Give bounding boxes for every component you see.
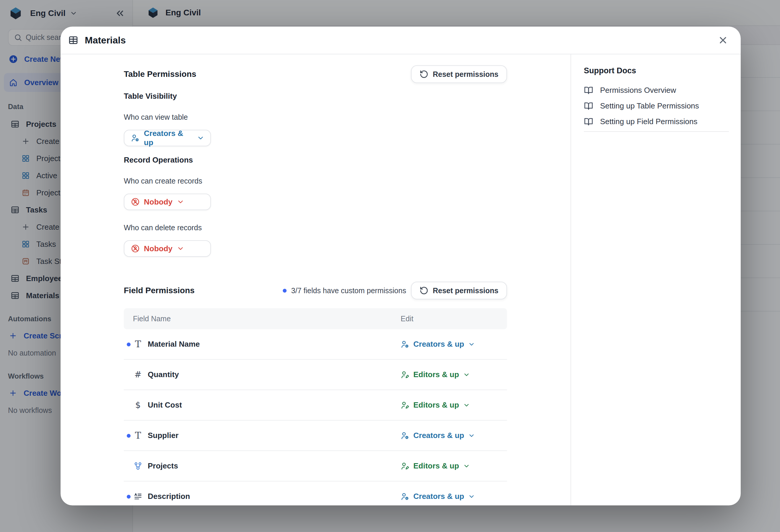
text-field-icon: T <box>133 431 143 440</box>
link-field-icon <box>133 462 143 471</box>
currency-field-icon: $ <box>133 401 143 409</box>
table-row: $ Unit Cost Editors & up <box>124 390 507 421</box>
table-row: Projects Editors & up <box>124 451 507 481</box>
dropdown-value: Nobody <box>144 197 173 207</box>
close-button[interactable] <box>715 33 731 48</box>
chevron-down-icon <box>463 463 470 470</box>
chevron-down-icon <box>463 402 470 409</box>
book-open-icon <box>584 85 593 95</box>
table-permissions-header-row: Table Permissions Reset permissions <box>124 65 507 83</box>
person-pencil-icon <box>401 401 409 409</box>
doc-link-permissions-overview[interactable]: Permissions Overview <box>584 85 729 95</box>
reset-icon <box>420 70 428 79</box>
edit-permission-dropdown[interactable]: Creators & up <box>401 431 475 440</box>
modal-header: Materials <box>60 27 741 54</box>
custom-permission-dot <box>127 495 131 498</box>
support-docs-heading: Support Docs <box>584 66 729 76</box>
field-permissions-heading: Field Permissions <box>124 286 195 295</box>
chevron-down-icon <box>468 341 475 348</box>
doc-link-label: Setting up Table Permissions <box>600 101 699 110</box>
dropdown-value: Editors & up <box>413 462 459 471</box>
long-text-field-icon <box>133 492 143 501</box>
user-blocked-icon <box>131 244 140 253</box>
doc-link-label: Permissions Overview <box>600 86 676 95</box>
custom-dot <box>283 289 287 293</box>
table-row: # Quantity Editors & up <box>124 360 507 390</box>
field-name: Unit Cost <box>148 400 182 409</box>
who-can-delete-label: Who can delete records <box>124 223 507 232</box>
table-visibility-heading: Table Visibility <box>124 91 507 101</box>
permissions-content: Table Permissions Reset permissions Tabl… <box>60 54 571 505</box>
custom-permissions-note: 3/7 fields have custom permissions <box>283 286 406 295</box>
field-name-column-header: Field Name <box>124 315 401 323</box>
edit-permission-dropdown[interactable]: Editors & up <box>401 400 470 409</box>
field-name: Quantity <box>148 370 179 379</box>
table-row: T Supplier Creators & up <box>124 421 507 451</box>
who-can-create-label: Who can create records <box>124 177 507 185</box>
field-permissions-table: Field Name Edit T Material Name Creators… <box>124 308 507 505</box>
reset-table-permissions-button[interactable]: Reset permissions <box>411 65 507 83</box>
table-icon <box>68 35 78 45</box>
dropdown-value: Creators & up <box>413 492 464 501</box>
record-operations-heading: Record Operations <box>124 155 507 164</box>
custom-permissions-text: 3/7 fields have custom permissions <box>291 286 406 295</box>
chevron-down-icon <box>463 371 470 378</box>
user-blocked-icon <box>131 197 140 206</box>
create-records-permission-dropdown[interactable]: Nobody <box>124 194 211 210</box>
edit-column-header: Edit <box>401 315 507 323</box>
support-docs-panel: Support Docs Permissions Overview Settin… <box>571 54 741 505</box>
person-gear-icon <box>131 134 140 142</box>
chevron-down-icon <box>468 432 475 439</box>
table-row: Description Creators & up <box>124 481 507 505</box>
field-name: Material Name <box>148 340 200 349</box>
dropdown-value: Creators & up <box>144 129 193 147</box>
divider <box>584 131 729 132</box>
number-field-icon: # <box>133 370 143 379</box>
dropdown-value: Nobody <box>144 244 173 253</box>
person-pencil-icon <box>401 462 409 471</box>
table-permissions-modal: Materials Table Permissions Reset permis… <box>60 27 741 505</box>
dropdown-value: Editors & up <box>413 400 459 409</box>
book-open-icon <box>584 117 593 126</box>
field-name: Projects <box>148 462 178 471</box>
reset-icon <box>420 286 428 295</box>
reset-button-label: Reset permissions <box>433 70 498 79</box>
edit-permission-dropdown[interactable]: Creators & up <box>401 340 475 349</box>
chevron-down-icon <box>197 134 204 142</box>
custom-permission-dot <box>127 343 131 346</box>
person-gear-icon <box>401 492 409 501</box>
chevron-down-icon <box>177 198 184 206</box>
delete-records-permission-dropdown[interactable]: Nobody <box>124 240 211 257</box>
field-permissions-header-row: Field Permissions 3/7 fields have custom… <box>124 282 507 299</box>
chevron-down-icon <box>177 245 184 252</box>
table-header-row: Field Name Edit <box>124 308 507 329</box>
person-pencil-icon <box>401 370 409 379</box>
person-gear-icon <box>401 431 409 440</box>
text-field-icon: T <box>133 340 143 349</box>
field-name: Supplier <box>148 431 179 440</box>
doc-link-label: Setting up Field Permissions <box>600 117 697 126</box>
dropdown-value: Editors & up <box>413 370 459 379</box>
person-gear-icon <box>401 340 409 349</box>
edit-permission-dropdown[interactable]: Editors & up <box>401 462 470 471</box>
doc-link-table-permissions[interactable]: Setting up Table Permissions <box>584 101 729 111</box>
edit-permission-dropdown[interactable]: Creators & up <box>401 492 475 501</box>
who-can-view-label: Who can view table <box>124 112 507 122</box>
edit-permission-dropdown[interactable]: Editors & up <box>401 370 470 379</box>
field-name: Description <box>148 492 190 501</box>
reset-button-label: Reset permissions <box>433 286 498 295</box>
table-permissions-heading: Table Permissions <box>124 69 196 79</box>
modal-title: Materials <box>85 35 126 46</box>
reset-field-permissions-button[interactable]: Reset permissions <box>411 282 507 299</box>
dropdown-value: Creators & up <box>413 340 464 349</box>
custom-permission-dot <box>127 434 131 438</box>
close-icon <box>718 35 728 46</box>
dropdown-value: Creators & up <box>413 431 464 440</box>
table-row: T Material Name Creators & up <box>124 329 507 360</box>
doc-link-field-permissions[interactable]: Setting up Field Permissions <box>584 116 729 127</box>
chevron-down-icon <box>468 493 475 500</box>
view-table-permission-dropdown[interactable]: Creators & up <box>124 130 211 146</box>
book-open-icon <box>584 101 593 110</box>
